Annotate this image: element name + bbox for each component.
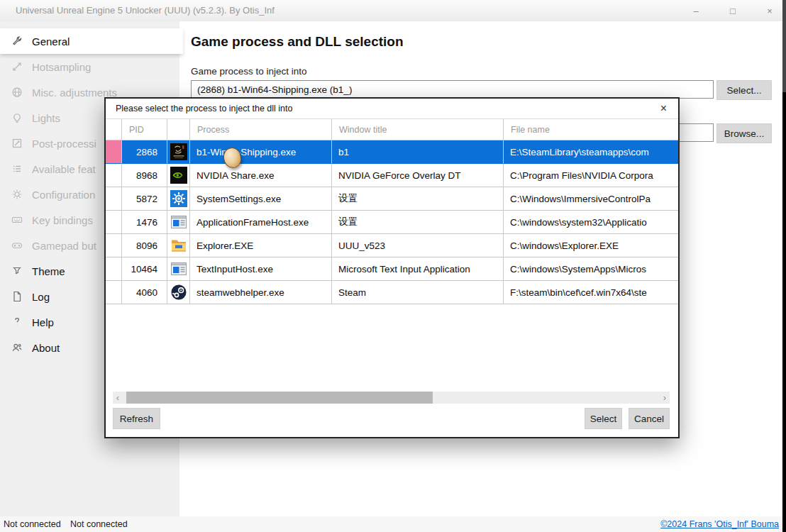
gear-icon xyxy=(11,189,23,200)
cell-window-title: b1 xyxy=(332,140,504,164)
row-selection-marker xyxy=(106,140,122,164)
cell-process: SystemSettings.exe xyxy=(190,187,332,211)
sidebar-item-label: Theme xyxy=(32,265,65,277)
connection-status-2: Not connected xyxy=(70,519,128,529)
sidebar-item-label: Configuration xyxy=(32,189,95,201)
scroll-left-icon[interactable]: ‹ xyxy=(113,392,123,404)
sidebar-item-hotsampling: Hotsampling xyxy=(0,54,179,79)
row-selection-marker xyxy=(106,281,122,304)
steam-icon xyxy=(167,281,190,304)
app-window-icon xyxy=(167,211,190,234)
cell-window-title: 设置 xyxy=(332,187,504,211)
cell-pid: 8968 xyxy=(122,164,167,187)
header-window-title[interactable]: Window title xyxy=(332,119,504,140)
cell-file-name: C:\windows\SystemApps\Micros xyxy=(504,257,678,281)
status-bar: Not connected Not connected ©2024 Frans … xyxy=(0,516,786,532)
scrollbar-thumb[interactable] xyxy=(126,392,433,404)
sidebar-item-label: Lights xyxy=(32,112,60,124)
process-table: PID Process Window title File name 2868 … xyxy=(106,118,678,304)
sidebar-item-label: Misc. adjustments xyxy=(32,87,117,99)
wrench-icon xyxy=(11,35,23,47)
table-row[interactable]: 5872 SystemSettings.exe 设置 C:\Windows\Im… xyxy=(106,187,678,211)
resize-arrow-icon xyxy=(11,61,23,72)
theme-icon xyxy=(11,265,23,277)
sidebar-item-label: Key bindings xyxy=(32,214,93,226)
copyright-link[interactable]: ©2024 Frans 'Otis_Inf' Bouma xyxy=(660,519,779,529)
select-process-button[interactable]: Select... xyxy=(716,80,772,100)
settings-gear-icon xyxy=(167,187,190,211)
table-row[interactable]: 8968 NVIDIA Share.exe NVIDIA GeForce Ove… xyxy=(106,164,678,187)
lightbulb-icon xyxy=(11,112,23,123)
window-controls: – □ × xyxy=(688,0,777,21)
cell-pid: 4060 xyxy=(122,281,167,304)
connection-status-1: Not connected xyxy=(4,519,61,529)
game-process-label: Game process to inject into xyxy=(191,66,307,77)
header-file-name[interactable]: File name xyxy=(504,119,678,140)
list-icon xyxy=(11,163,23,174)
table-row[interactable]: 8096 Explorer.EXE UUU_v523 C:\windows\Ex… xyxy=(106,234,678,257)
maximize-icon[interactable]: □ xyxy=(725,6,741,16)
cell-process: ApplicationFrameHost.exe xyxy=(190,211,332,234)
minimize-icon[interactable]: – xyxy=(688,6,704,16)
close-icon[interactable]: × xyxy=(762,6,777,16)
gamepad-icon xyxy=(11,240,23,251)
cell-window-title: UUU_v523 xyxy=(332,234,504,257)
document-icon xyxy=(11,291,23,302)
cell-file-name: C:\Windows\ImmersiveControlPa xyxy=(504,187,678,211)
cell-window-title: NVIDIA GeForce Overlay DT xyxy=(332,164,504,187)
window-title: Universal Unreal Engine 5 Unlocker (UUU)… xyxy=(16,0,275,21)
dialog-close-icon[interactable]: × xyxy=(660,101,667,116)
cell-pid: 10464 xyxy=(122,257,167,281)
table-header: PID Process Window title File name xyxy=(106,118,678,140)
sidebar-item-label: Post-processi xyxy=(32,138,96,150)
dialog-title: Please select the process to inject the … xyxy=(116,104,292,113)
cell-window-title: Steam xyxy=(332,281,504,304)
cell-pid: 2868 xyxy=(122,140,167,164)
header-marker xyxy=(106,119,122,140)
cell-process: TextInputHost.exe xyxy=(190,257,332,281)
sidebar-item-label: Available feat xyxy=(32,163,96,175)
browse-dll-button[interactable]: Browse... xyxy=(716,123,772,143)
globe-icon xyxy=(11,87,23,98)
dialog-cancel-button[interactable]: Cancel xyxy=(629,408,670,429)
dialog-select-button[interactable]: Select xyxy=(585,408,622,429)
dialog-action-buttons: Select Cancel xyxy=(585,408,670,429)
table-row[interactable]: 2868 b1-Win64-Shipping.exe b1 E:\SteamLi… xyxy=(106,140,678,164)
horizontal-scrollbar[interactable]: ‹ › xyxy=(113,392,670,404)
sidebar-item-label: Gamepad but xyxy=(32,240,96,252)
row-selection-marker xyxy=(106,187,122,211)
sidebar-item-label: About xyxy=(32,342,60,354)
row-selection-marker xyxy=(106,257,122,281)
sidebar-item-label: Help xyxy=(32,316,54,328)
table-row[interactable]: 1476 ApplicationFrameHost.exe 设置 C:\wind… xyxy=(106,211,678,234)
table-row[interactable]: 10464 TextInputHost.exe Microsoft Text I… xyxy=(106,257,678,281)
cell-file-name: F:\steam\bin\cef\cef.win7x64\ste xyxy=(504,281,678,304)
cell-process: Explorer.EXE xyxy=(190,234,332,257)
row-selection-marker xyxy=(106,234,122,257)
header-pid[interactable]: PID xyxy=(122,119,167,140)
sidebar-item-label: General xyxy=(32,35,70,48)
nvidia-icon xyxy=(167,164,190,187)
cell-file-name: E:\SteamLibrary\steamapps\com xyxy=(504,140,678,164)
folder-icon xyxy=(167,234,190,257)
cell-pid: 5872 xyxy=(122,187,167,211)
table-row[interactable]: 4060 steamwebhelper.exe Steam F:\steam\b… xyxy=(106,281,678,304)
sidebar-item-general[interactable]: General xyxy=(0,28,183,54)
cell-window-title: Microsoft Text Input Application xyxy=(332,257,504,281)
scroll-right-icon[interactable]: › xyxy=(660,392,670,404)
keyboard-icon xyxy=(11,214,23,226)
header-process[interactable]: Process xyxy=(190,119,332,140)
header-icon xyxy=(167,119,190,140)
cell-pid: 8096 xyxy=(122,234,167,257)
edit-icon xyxy=(11,138,23,149)
screen-edge-strip-top xyxy=(782,0,786,92)
question-icon xyxy=(11,316,23,328)
cell-process: b1-Win64-Shipping.exe xyxy=(190,140,332,164)
game-process-field[interactable]: (2868) b1-Win64-Shipping.exe (b1_) xyxy=(191,80,714,99)
wukong-game-icon xyxy=(167,140,190,164)
refresh-button[interactable]: Refresh xyxy=(113,408,160,429)
sidebar-item-label: Hotsampling xyxy=(32,61,91,73)
cell-file-name: C:\Program Files\NVIDIA Corpora xyxy=(504,164,678,187)
person-icon xyxy=(11,342,23,353)
cell-process: steamwebhelper.exe xyxy=(190,281,332,304)
